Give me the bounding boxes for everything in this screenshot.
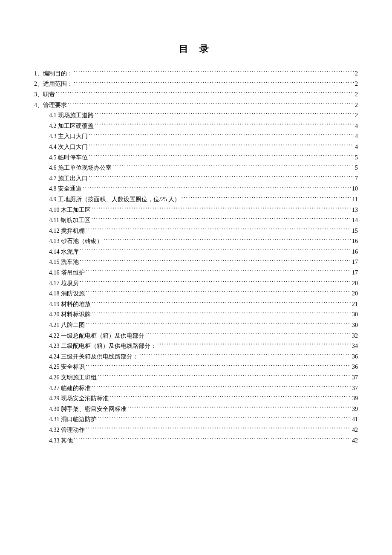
toc-entry-page: 20 — [351, 278, 358, 289]
toc-entry: 4.24 三级开关箱及供电线路部分：36 — [49, 351, 358, 362]
toc-entry-page: 4 — [354, 131, 358, 142]
toc-entry: 4.2 加工区硬覆盖4 — [49, 121, 358, 131]
toc-entry-label: 4、管理要求 — [34, 100, 68, 110]
toc-entry: 3、职责2 — [34, 89, 358, 100]
toc-entry-page: 16 — [351, 236, 358, 246]
toc-entry-page: 30 — [351, 320, 358, 330]
toc-entry: 4.30 脚手架、密目安全网标准39 — [49, 404, 358, 414]
toc-entry-label: 4.5 临时停车位 — [49, 153, 89, 163]
toc-entry-label: 4.3 主入口大门 — [49, 131, 89, 142]
toc-leader-dots — [80, 257, 351, 264]
toc-entry: 4.10 木工加工区13 — [49, 205, 358, 215]
toc-leader-dots — [74, 79, 354, 86]
toc-entry: 4.12 搅拌机棚15 — [49, 225, 358, 236]
toc-entry: 4.15 洗车池17 — [49, 257, 358, 268]
toc-leader-dots — [74, 435, 351, 442]
toc-leader-dots — [145, 330, 351, 338]
toc-leader-dots — [83, 184, 351, 191]
toc-leader-dots — [91, 215, 351, 222]
toc-leader-dots — [112, 162, 354, 170]
toc-entry-label: 4.25 安全标识 — [49, 362, 86, 372]
toc-entry-page: 39 — [351, 393, 358, 404]
toc-entry-page: 11 — [352, 194, 358, 205]
toc-entry-label: 4.20 材料标识牌 — [49, 309, 92, 320]
toc-entry-page: 16 — [351, 247, 358, 257]
toc-entry: 4.13 砂石池（砖砌）16 — [49, 236, 358, 247]
toc-entry-label: 4.26 文明施工班组 — [49, 373, 98, 383]
toc-entry-page: 17 — [351, 257, 358, 267]
toc-entry: 4.18 消防设施20 — [49, 288, 358, 299]
toc-entry-page: 4 — [354, 121, 358, 131]
toc-leader-dots — [98, 372, 351, 379]
toc-leader-dots — [89, 152, 354, 159]
toc-leader-dots — [68, 100, 354, 107]
toc-entry-page: 37 — [351, 373, 358, 383]
toc-entry-label: 4.15 洗车池 — [49, 257, 80, 267]
toc-leader-dots — [86, 320, 351, 327]
toc-entry-label: 4.22 一级总配电柜（箱）及供电部分 — [49, 331, 145, 341]
toc-entry: 4.19 材料的堆放21 — [49, 299, 358, 309]
toc-entry-label: 4.33 其他 — [49, 436, 74, 446]
toc-leader-dots — [80, 278, 351, 285]
toc-entry: 4.5 临时停车位5 — [49, 152, 358, 163]
toc-entry-label: 4.24 三级开关箱及供电线路部分： — [49, 352, 139, 362]
toc-leader-dots — [89, 142, 354, 149]
toc-leader-dots — [92, 205, 351, 212]
document-page: 目 录 1、编制目的：22、适用范围：23、职责24、管理要求24.1 现场施工… — [0, 0, 392, 555]
toc-entry-label: 4.2 加工区硬覆盖 — [49, 121, 95, 131]
toc-entry: 4.3 主入口大门4 — [49, 131, 358, 142]
toc-entry: 4.11 钢筋加工区14 — [49, 215, 358, 225]
toc-entry: 4.14 水泥库16 — [49, 246, 358, 257]
toc-leader-dots — [92, 309, 351, 317]
toc-entry-label: 4.9 工地厕所（按面积、人数设置厕位，位/25 人） — [49, 194, 181, 205]
toc-leader-dots — [56, 89, 354, 96]
toc-entry-page: 39 — [351, 404, 358, 414]
toc-leader-dots — [181, 194, 351, 201]
toc-entry-page: 17 — [351, 268, 358, 278]
toc-entry: 4.9 工地厕所（按面积、人数设置厕位，位/25 人）11 — [49, 194, 358, 205]
toc-leader-dots — [92, 383, 351, 390]
toc-entry: 4.25 安全标识36 — [49, 362, 358, 373]
toc-entry-label: 4.18 消防设施 — [49, 289, 86, 299]
toc-entry-label: 4.30 脚手架、密目安全网标准 — [49, 404, 127, 414]
toc-entry-page: 30 — [351, 309, 358, 320]
toc-entry: 4.23 二级配电柜（箱）及供电线路部分：34 — [49, 341, 358, 351]
toc-entry-page: 41 — [351, 414, 358, 425]
toc-entry-page: 42 — [351, 436, 358, 446]
toc-entry-label: 1、编制目的： — [34, 69, 74, 79]
toc-entry-label: 4.12 搅拌机棚 — [49, 226, 86, 236]
toc-entry: 4.16 塔吊维护17 — [49, 267, 358, 278]
toc-entry-page: 14 — [351, 215, 358, 225]
toc-entry-page: 15 — [351, 226, 358, 236]
toc-entry-page: 34 — [351, 341, 358, 351]
toc-entry: 4.33 其他42 — [49, 435, 358, 446]
toc-entry-page: 2 — [354, 110, 358, 121]
toc-entry-label: 4.7 施工出入口 — [49, 173, 89, 184]
toc-leader-dots — [98, 414, 351, 422]
toc-entry-page: 37 — [351, 383, 358, 393]
toc-entry: 4.29 现场安全消防标准39 — [49, 393, 358, 404]
toc-entry-page: 5 — [354, 153, 358, 163]
toc-leader-dots — [86, 267, 351, 275]
toc-leader-dots — [95, 110, 354, 117]
toc-entry: 4.21 八牌二图30 — [49, 320, 358, 330]
toc-leader-dots — [157, 341, 351, 348]
toc-entry: 1、编制目的：2 — [34, 68, 358, 79]
toc-entry-page: 2 — [354, 69, 358, 79]
toc-entry-page: 2 — [354, 79, 358, 89]
toc-entry-label: 4.32 管理动作 — [49, 425, 86, 435]
toc-leader-dots — [89, 131, 354, 139]
toc-entry-label: 2、适用范围： — [34, 79, 74, 89]
toc-leader-dots — [86, 225, 351, 233]
toc-entry-label: 4.16 塔吊维护 — [49, 268, 86, 278]
toc-entry-page: 32 — [351, 331, 358, 341]
toc-leader-dots — [127, 404, 351, 411]
toc-leader-dots — [86, 288, 351, 295]
toc-entry: 4.1 现场施工道路2 — [49, 110, 358, 121]
toc-entry-page: 10 — [351, 184, 358, 194]
toc-entry: 4.20 材料标识牌30 — [49, 309, 358, 320]
toc-entry: 4.17 垃圾房20 — [49, 278, 358, 289]
toc-entry-label: 4.17 垃圾房 — [49, 278, 80, 289]
toc-entry-label: 4.19 材料的堆放 — [49, 299, 92, 309]
toc-entry-page: 36 — [351, 362, 358, 372]
